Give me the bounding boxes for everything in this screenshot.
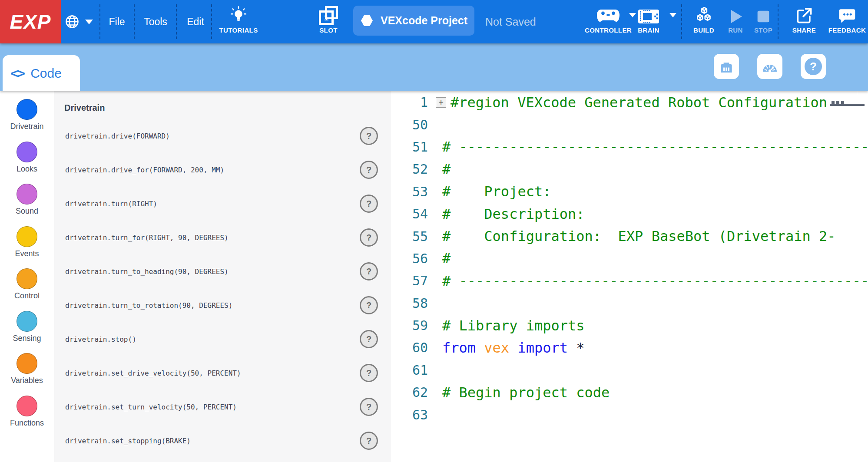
command-text[interactable]: drivetrain.drive(FORWARD)	[65, 132, 170, 140]
line-content: # Library imports	[433, 317, 585, 334]
project-name-button[interactable]: VEXcode Project	[353, 6, 474, 36]
main-content: DrivetrainLooksSoundEventsControlSensing…	[0, 91, 868, 462]
tutorials-label: TUTORIALS	[219, 26, 258, 34]
sidebar-item-label: Events	[15, 249, 39, 258]
command-row: drivetrain.set_stopping(BRAKE)?	[54, 424, 391, 458]
command-help-button[interactable]: ?	[360, 330, 378, 348]
command-help-button[interactable]: ?	[360, 228, 378, 247]
slot-button[interactable]: 1 SLOT	[300, 0, 357, 43]
toolbar-separator	[99, 4, 100, 39]
code-editor[interactable]: 1+#region VEXcode Generated Robot Config…	[391, 91, 868, 462]
device-info-button[interactable]	[714, 54, 739, 79]
command-text[interactable]: drivetrain.turn_to_rotation(90, DEGREES)	[65, 301, 232, 310]
code-token: # Project:	[442, 183, 551, 200]
brain-button[interactable]: BRAIN	[620, 0, 677, 43]
command-text[interactable]: drivetrain.drive_for(FORWARD, 200, MM)	[65, 166, 224, 174]
fold-toggle-icon[interactable]: +	[436, 97, 446, 108]
code-token: # Library imports	[442, 317, 585, 334]
language-menu-button[interactable]	[64, 0, 93, 43]
line-number: 52	[391, 162, 433, 177]
editor-line: 50	[391, 113, 868, 135]
monitor-gauge-button[interactable]	[757, 54, 782, 79]
sidebar-item-variables[interactable]: Variables	[0, 351, 54, 394]
project-name: VEXcode Project	[381, 14, 467, 27]
sidebar-item-sound[interactable]: Sound	[0, 182, 54, 224]
command-text[interactable]: drivetrain.set_stopping(BRAKE)	[65, 437, 191, 445]
sidebar-item-functions[interactable]: Functions	[0, 394, 54, 436]
feedback-button[interactable]: FEEDBACK	[819, 0, 868, 43]
code-token: vex	[484, 340, 509, 356]
tab-code[interactable]: <> Code	[3, 55, 80, 91]
brain-icon	[637, 8, 660, 25]
sidebar-item-label: Variables	[11, 376, 43, 385]
language-caret-icon	[85, 20, 93, 24]
code-token: from	[442, 340, 476, 356]
editor-line: 1+#region VEXcode Generated Robot Config…	[391, 91, 868, 113]
menu-tools[interactable]: Tools	[144, 0, 167, 43]
palette-heading: Drivetrain	[64, 102, 391, 114]
command-help-button[interactable]: ?	[360, 364, 378, 382]
command-help-button[interactable]: ?	[360, 195, 378, 213]
sidebar-item-control[interactable]: Control	[0, 267, 54, 309]
editor-line: 56#	[391, 248, 868, 270]
command-help-button[interactable]: ?	[360, 127, 378, 145]
controller-icon	[596, 7, 620, 25]
top-toolbar: EXP File Tools Edit TUTOR	[0, 0, 868, 43]
code-token: # Begin project code	[442, 384, 610, 401]
line-content: # Begin project code	[433, 384, 610, 401]
code-token: *	[576, 340, 584, 356]
help-button[interactable]: ?	[801, 54, 826, 79]
command-text[interactable]: drivetrain.turn(RIGHT)	[65, 200, 157, 208]
share-label: SHARE	[792, 26, 816, 34]
menu-file[interactable]: File	[109, 0, 125, 43]
line-content: #	[433, 161, 451, 178]
editor-line: 52#	[391, 158, 868, 180]
command-help-button[interactable]: ?	[360, 161, 378, 179]
sidebar-item-sensing[interactable]: Sensing	[0, 309, 54, 352]
command-help-button[interactable]: ?	[360, 296, 378, 314]
command-text[interactable]: drivetrain.turn_to_heading(90, DEGREES)	[65, 267, 229, 276]
command-help-button[interactable]: ?	[360, 398, 378, 416]
line-number: 55	[391, 229, 433, 244]
category-color-dot	[17, 142, 37, 162]
command-row: drivetrain.turn_to_rotation(90, DEGREES)…	[54, 288, 391, 322]
line-number: 51	[391, 139, 433, 155]
sidebar-item-looks[interactable]: Looks	[0, 140, 54, 182]
brain-label: BRAIN	[638, 26, 659, 34]
category-color-dot	[17, 353, 37, 374]
code-token	[509, 340, 517, 356]
line-number: 62	[391, 385, 433, 400]
command-text[interactable]: drivetrain.stop()	[65, 335, 136, 343]
command-row: drivetrain.turn(RIGHT)?	[54, 187, 391, 221]
line-number: 50	[391, 117, 433, 132]
category-color-dot	[17, 184, 37, 205]
category-color-dot	[17, 311, 37, 332]
editor-line: 58	[391, 292, 868, 314]
code-token: # --------------------------------------…	[442, 273, 868, 289]
command-help-button[interactable]: ?	[360, 262, 378, 280]
help-question-icon: ?	[805, 58, 822, 75]
feedback-label: FEEDBACK	[828, 26, 866, 34]
sidebar-item-label: Functions	[10, 419, 44, 428]
command-text[interactable]: drivetrain.set_drive_velocity(50, PERCEN…	[65, 369, 241, 377]
sidebar-item-drivetrain[interactable]: Drivetrain	[0, 97, 54, 140]
line-number: 60	[391, 340, 433, 355]
code-token: # --------------------------------------…	[442, 139, 868, 155]
command-text[interactable]: drivetrain.turn_for(RIGHT, 90, DEGREES)	[65, 234, 229, 242]
menu-edit[interactable]: Edit	[187, 0, 204, 43]
sidebar-item-events[interactable]: Events	[0, 224, 54, 267]
editor-line: 60from vex import *	[391, 337, 868, 359]
line-number: 61	[391, 363, 433, 378]
slot-icon: 1	[319, 6, 338, 25]
collapsed-region-marker[interactable]	[830, 99, 865, 106]
exp-logo: EXP	[0, 0, 61, 43]
line-content: +#region VEXcode Generated Robot Configu…	[433, 94, 865, 111]
category-color-dot	[17, 99, 37, 120]
tutorials-button[interactable]: TUTORIALS	[210, 0, 267, 43]
command-text[interactable]: drivetrain.set_turn_velocity(50, PERCENT…	[65, 403, 237, 411]
command-row: drivetrain.set_drive_velocity(50, PERCEN…	[54, 356, 391, 390]
line-content: # Project:	[433, 183, 551, 200]
editor-line: 54# Description:	[391, 203, 868, 225]
tab-bar: <> Code ?	[0, 43, 868, 91]
command-help-button[interactable]: ?	[360, 432, 378, 450]
